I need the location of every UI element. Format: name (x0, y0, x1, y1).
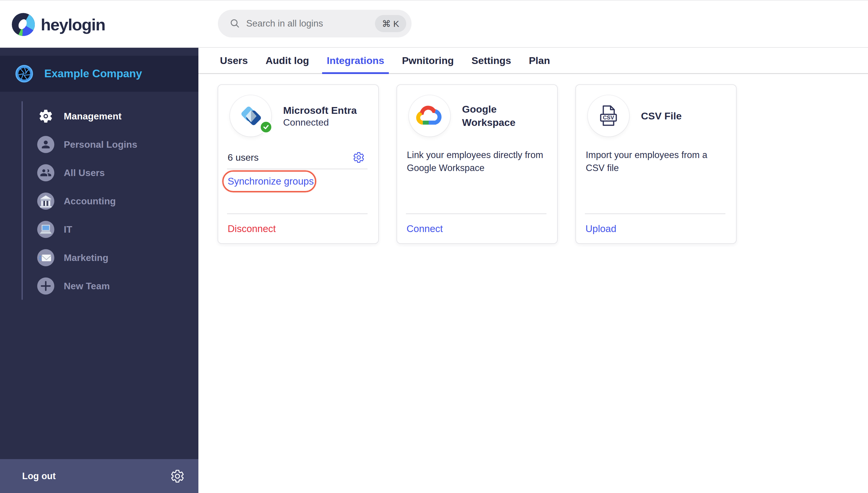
sidebar-nav: Management Personal Logins All Users Acc… (0, 102, 198, 300)
search-icon (230, 18, 240, 29)
plus-icon (37, 277, 54, 295)
tab-users[interactable]: Users (220, 48, 248, 73)
heylogin-logo-icon (12, 13, 35, 36)
card-header: CSV CSV File (588, 95, 727, 136)
upload-button[interactable]: Upload (585, 222, 617, 235)
card-google-workspace: Google Workspace Link your employees dir… (397, 84, 558, 244)
sidebar-item-label: Management (64, 111, 122, 122)
card-title: Google Workspace (462, 103, 548, 129)
users-count: 6 users (228, 152, 259, 163)
connected-check-badge (259, 120, 273, 134)
card-description: Link your employees directly from Google… (407, 149, 553, 175)
connect-button[interactable]: Connect (406, 222, 443, 235)
people-icon (37, 164, 54, 181)
sidebar-item-label: IT (64, 224, 72, 235)
search-bar[interactable]: ⌘ K (218, 10, 411, 38)
gear-icon (37, 108, 54, 125)
divider (227, 169, 368, 169)
card-title-block: Microsoft Entra Connected (283, 104, 357, 128)
divider (585, 213, 725, 214)
synchronize-groups-link[interactable]: Synchronize groups (228, 175, 314, 188)
sidebar-item-all-users[interactable]: All Users (0, 158, 198, 187)
sidebar-footer: Log out (0, 459, 198, 493)
connection-status: Connected (283, 117, 357, 128)
sidebar-item-label: Accounting (64, 196, 116, 207)
tab-settings[interactable]: Settings (471, 48, 511, 73)
search-shortcut-badge: ⌘ K (375, 15, 406, 32)
integrations-grid: Microsoft Entra Connected 6 users Synchr… (218, 84, 736, 244)
brand-name: heylogin (41, 15, 105, 34)
integration-settings-gear-icon[interactable] (353, 152, 365, 163)
sidebar-item-label: New Team (64, 281, 110, 292)
card-microsoft-entra: Microsoft Entra Connected 6 users Synchr… (218, 84, 379, 244)
tab-audit-log[interactable]: Audit log (266, 48, 309, 73)
bank-icon (37, 193, 54, 210)
svg-text:CSV: CSV (603, 114, 614, 121)
sidebar-item-label: Marketing (64, 252, 108, 263)
person-icon (37, 136, 54, 153)
envelope-icon (37, 249, 54, 266)
google-workspace-logo (409, 95, 450, 136)
card-header: Google Workspace (409, 95, 548, 136)
team-switcher[interactable]: Example Company (0, 56, 198, 92)
company-aperture-icon (15, 65, 33, 83)
logout-button[interactable]: Log out (22, 471, 56, 481)
company-name: Example Company (44, 67, 142, 80)
card-description: Import your employees from a CSV file (586, 149, 720, 175)
card-title: Microsoft Entra (283, 104, 357, 117)
search-input[interactable] (246, 18, 375, 29)
sidebar-item-label: Personal Logins (64, 139, 137, 150)
card-csv-file: CSV CSV File Import your employees from … (576, 84, 736, 244)
sidebar-item-management[interactable]: Management (0, 102, 198, 130)
users-row: 6 users (228, 150, 365, 165)
sidebar-item-new-team[interactable]: New Team (0, 272, 198, 300)
tab-plan[interactable]: Plan (529, 48, 550, 73)
top-bar: heylogin ⌘ K (0, 0, 868, 48)
brand: heylogin (12, 13, 105, 36)
card-title: CSV File (641, 109, 682, 123)
laptop-icon (37, 221, 54, 238)
divider (406, 213, 546, 214)
sidebar-item-personal-logins[interactable]: Personal Logins (0, 130, 198, 158)
sidebar-item-label: All Users (64, 168, 105, 178)
tab-bar: Users Audit log Integrations Pwnitoring … (198, 48, 868, 74)
divider (227, 213, 368, 214)
csv-file-icon: CSV (588, 95, 629, 136)
tab-integrations[interactable]: Integrations (327, 48, 384, 73)
sidebar-item-marketing[interactable]: Marketing (0, 243, 198, 272)
disconnect-button[interactable]: Disconnect (228, 222, 276, 235)
settings-gear-icon[interactable] (170, 469, 184, 483)
app: heylogin ⌘ K (0, 0, 868, 493)
tab-pwnitoring[interactable]: Pwnitoring (402, 48, 454, 73)
microsoft-entra-logo (230, 95, 271, 136)
sidebar-item-it[interactable]: IT (0, 215, 198, 243)
sidebar: Example Company Management Personal Logi… (0, 48, 198, 493)
sidebar-item-accounting[interactable]: Accounting (0, 187, 198, 215)
card-header: Microsoft Entra Connected (230, 95, 369, 136)
